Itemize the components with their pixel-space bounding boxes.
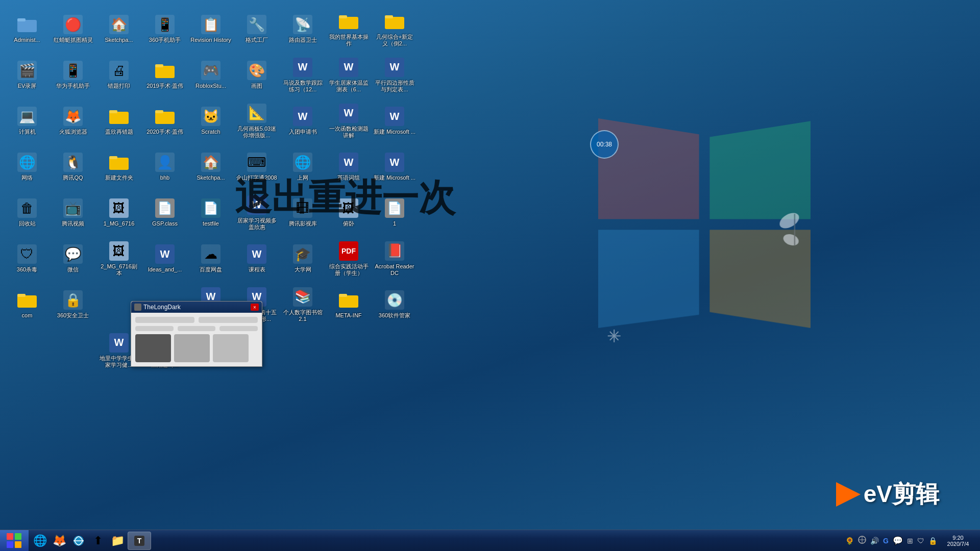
icon-img-gaixin1 [109, 106, 129, 127]
desktop-icon-tengxunqq[interactable]: 🐧 腾讯QQ [50, 144, 96, 190]
desktop-icon-pingxing[interactable]: W 平行四边形性质与判定表... [372, 52, 418, 98]
desktop-icon-wechat[interactable]: 💬 微信 [50, 236, 96, 282]
desktop-icon-rutuan[interactable]: W 入团申请书 [280, 98, 326, 144]
desktop-icon-xingjian[interactable]: W 新建 Microsoft ... [372, 98, 418, 144]
svg-rect-36 [15, 533, 21, 540]
desktop-icon-yici[interactable]: W 一次函数检测题讲解 [326, 98, 372, 144]
tld-row-2 [135, 326, 258, 331]
taskbar-btn-firefox[interactable]: 🦊 [50, 532, 68, 550]
icon-img-shangwang: 🌐 [292, 152, 313, 172]
desktop-icon-huishou[interactable]: 🗑 回收站 [4, 190, 50, 236]
taskbar-btn-ie[interactable] [69, 532, 88, 550]
tray-icon-shield1[interactable]: 🛡 [916, 536, 925, 546]
icon-label-com: com [22, 312, 33, 319]
desktop-icon-com[interactable]: com [4, 282, 50, 328]
taskbar-btn-files[interactable]: 📁 [108, 532, 127, 550]
desktop-icon-testfile[interactable]: 📄 testfile [188, 190, 234, 236]
desktop-icon-huatu[interactable]: 🎨 画图 [234, 52, 280, 98]
tray-icon-chat[interactable]: 💬 [892, 535, 904, 546]
desktop-icon-masuo[interactable]: W 马说及数学跟踪练习（12... [280, 52, 326, 98]
desktop-icon-kechebiao[interactable]: W 课程表 [234, 236, 280, 282]
desktop-icon-wangluo[interactable]: 🌐 网络 [4, 144, 50, 190]
tld-images [135, 334, 258, 362]
desktop-icon-2mg6716[interactable]: 🖼 2_MG_6716副本 [96, 236, 142, 282]
start-button[interactable] [0, 530, 29, 552]
desktop-icon-bhb[interactable]: 👤 bhb [142, 144, 188, 190]
desktop-icon-zonghe[interactable]: PDF 综合实践活动手册（学生） [326, 236, 372, 282]
icon-img-roblox: 🎮 [201, 60, 221, 81]
desktop-icon-sketchpa2[interactable]: 🏠 Sketchpa... [188, 144, 234, 190]
desktop-icon-xinjianjian[interactable]: 新建文件夹 [96, 144, 142, 190]
desktop-icon-scratch[interactable]: 🐱 Scratch [188, 98, 234, 144]
tray-icon-network[interactable] [857, 535, 867, 546]
desktop-icon-jihehua[interactable]: 📐 几何画板5.03迷你增强版... [234, 98, 280, 144]
desktop-icon-foxbrowser[interactable]: 🦊 火狐浏览器 [50, 98, 96, 144]
icon-label-2mg6716: 2_MG_6716副本 [98, 263, 140, 277]
icon-label-tengxunvid: 腾讯视频 [62, 220, 84, 227]
icon-img-metainf [338, 290, 359, 310]
tld-img-3 [213, 334, 249, 362]
desktop-icon-geshi[interactable]: 🔧 格式工厂 [234, 6, 280, 52]
desktop-icon-gspclass[interactable]: 📄 GSP.class [142, 190, 188, 236]
icon-label-foxbrowser: 火狐浏览器 [59, 129, 87, 135]
icon-label-geshi: 格式工厂 [246, 37, 268, 43]
desktop-icon-minecraft[interactable]: 我的世界基本操作 [326, 6, 372, 52]
tld-title-text: TheLongDark [143, 304, 181, 311]
icon-label-evluping: EV录屏 [18, 83, 37, 89]
desktop-icon-revision[interactable]: 📋 Revision History [188, 6, 234, 52]
desktop-icon-360phone[interactable]: 📱 360手机助手 [142, 6, 188, 52]
icon-img-yingyu: W [338, 152, 359, 172]
desktop-icon-tengxunvid[interactable]: 📺 腾讯视频 [50, 190, 96, 236]
desktop-icon-metainf[interactable]: META-INF [326, 282, 372, 328]
desktop-icon-hongting[interactable]: 🔴 红蜻蜓抓图精灵 [50, 6, 96, 52]
svg-rect-24 [155, 110, 163, 113]
tld-img-1 [135, 334, 171, 362]
desktop-icon-ruanjian[interactable]: 💿 360软件管家 [372, 282, 418, 328]
tray-icon-shield2[interactable]: 🔒 [927, 536, 938, 546]
desktop-icon-baidupan[interactable]: ☁ 百度网盘 [188, 236, 234, 282]
desktop-icon-jisuanji[interactable]: 💻 计算机 [4, 98, 50, 144]
icon-img-cuoti: 🖨 [109, 60, 129, 81]
desktop-icon-acrobat[interactable]: 📕 Acrobat Reader DC [372, 236, 418, 282]
icon-label-roblox: RobloxStu... [195, 83, 226, 89]
desktop-icon-geshitupu[interactable]: 📚 个人数字图书馆2.1 [280, 282, 326, 328]
taskbar-btn-update[interactable]: ⬆ [89, 532, 107, 550]
tray-icon-g[interactable]: G [882, 536, 890, 546]
svg-rect-37 [7, 541, 13, 548]
icon-img-tengxunqq: 🐧 [63, 152, 83, 172]
icon-label-wechat: 微信 [67, 266, 79, 273]
desktop-icon-2019shu[interactable]: 2019手术·盖伟 [142, 52, 188, 98]
icon-label-jihe: 几何综合+新定义（倒2... [374, 34, 415, 47]
desktop-icon-gaixin1[interactable]: 盖欣再错题 [96, 98, 142, 144]
taskbar-item-tld[interactable]: T [128, 532, 151, 550]
desktop-icon-huawei[interactable]: 📱 华为手机助手 [50, 52, 96, 98]
tld-content [131, 313, 262, 366]
desktop-icon-router[interactable]: 📡 路由器卫士 [280, 6, 326, 52]
desktop-icon-daxuewang[interactable]: 🎓 大学网 [280, 236, 326, 282]
system-clock[interactable]: 9:20 2020/7/4 [940, 535, 976, 547]
desktop-icon-sketchpa1[interactable]: 🏠 Sketchpa... [96, 6, 142, 52]
icon-img-foxbrowser: 🦊 [63, 106, 83, 127]
tray-icon-volume[interactable]: 🔊 [869, 536, 880, 546]
tld-close-button[interactable]: × [251, 304, 259, 311]
desktop-icon-anquan[interactable]: 🔒 360安全卫士 [50, 282, 96, 328]
desktop-icon-roblox[interactable]: 🎮 RobloxStu... [188, 52, 234, 98]
desktop-icon-jihe[interactable]: 几何综合+新定义（倒2... [372, 6, 418, 52]
taskbar-btn-globe[interactable]: 🌐 [31, 532, 49, 550]
tld-blur-text-1 [135, 317, 194, 323]
desktop-icon-qihoo360[interactable]: 🛡 360杀毒 [4, 236, 50, 282]
svg-marker-34 [836, 482, 861, 507]
desktop-icon-1mg6716[interactable]: 🖼 1_MG_6716 [96, 190, 142, 236]
tray-icon-flower[interactable]: 🌻 [844, 536, 855, 546]
tray-icon-grid[interactable]: ⊞ [906, 536, 914, 546]
tld-taskbar-icon: T [134, 536, 144, 546]
icon-img-anquan: 🔒 [63, 290, 83, 310]
desktop-icon-evluping[interactable]: 🎬 EV录屏 [4, 52, 50, 98]
icon-label-cuoti: 错题打印 [108, 83, 130, 89]
desktop-icon-cuoti[interactable]: 🖨 错题打印 [96, 52, 142, 98]
desktop-icon-ideas[interactable]: W Ideas_and_... [142, 236, 188, 282]
desktop-icon-xuesheng[interactable]: W 学生居家体温监测表（6... [326, 52, 372, 98]
desktop-icon-2020shu[interactable]: 2020手术·盖伟 [142, 98, 188, 144]
icon-label-jisuanji: 计算机 [19, 129, 36, 135]
desktop-icon-administ[interactable]: Administ... [4, 6, 50, 52]
